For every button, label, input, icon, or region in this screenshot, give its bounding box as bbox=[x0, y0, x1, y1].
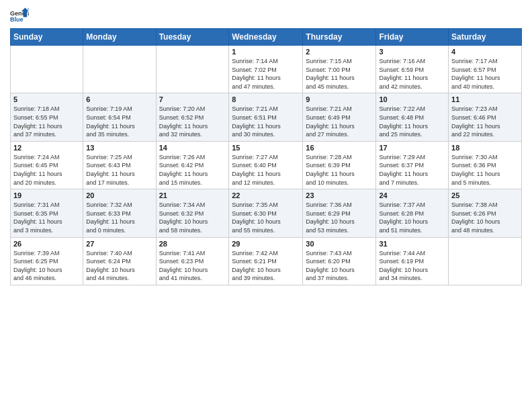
day-number: 13 bbox=[86, 144, 152, 152]
calendar-cell: 21Sunrise: 7:34 AM Sunset: 6:32 PM Dayli… bbox=[156, 189, 229, 237]
day-info: Sunrise: 7:20 AM Sunset: 6:52 PM Dayligh… bbox=[159, 105, 226, 138]
day-number: 28 bbox=[159, 240, 226, 248]
day-number: 5 bbox=[13, 95, 80, 103]
day-info: Sunrise: 7:32 AM Sunset: 6:33 PM Dayligh… bbox=[86, 201, 152, 234]
calendar-week-2: 5Sunrise: 7:18 AM Sunset: 6:55 PM Daylig… bbox=[11, 93, 522, 141]
day-info: Sunrise: 7:30 AM Sunset: 6:36 PM Dayligh… bbox=[451, 153, 519, 187]
logo-icon: General Blue bbox=[10, 7, 29, 26]
day-number: 25 bbox=[451, 191, 519, 199]
calendar-cell: 16Sunrise: 7:28 AM Sunset: 6:39 PM Dayli… bbox=[303, 141, 376, 189]
day-info: Sunrise: 7:16 AM Sunset: 6:59 PM Dayligh… bbox=[379, 57, 445, 91]
day-info: Sunrise: 7:22 AM Sunset: 6:48 PM Dayligh… bbox=[379, 105, 445, 138]
calendar-cell bbox=[83, 46, 156, 93]
weekday-header-friday: Friday bbox=[376, 29, 449, 46]
calendar-cell: 8Sunrise: 7:21 AM Sunset: 6:51 PM Daylig… bbox=[229, 93, 303, 141]
page-container: General Blue SundayMondayTuesdayWednesda… bbox=[0, 0, 532, 292]
day-number: 2 bbox=[306, 48, 373, 56]
calendar-cell: 15Sunrise: 7:27 AM Sunset: 6:40 PM Dayli… bbox=[229, 141, 303, 189]
day-number: 12 bbox=[13, 144, 80, 152]
calendar-cell: 24Sunrise: 7:37 AM Sunset: 6:28 PM Dayli… bbox=[376, 189, 449, 237]
weekday-header-wednesday: Wednesday bbox=[229, 29, 303, 46]
day-number: 26 bbox=[13, 240, 80, 248]
calendar-cell: 12Sunrise: 7:24 AM Sunset: 6:45 PM Dayli… bbox=[11, 141, 83, 189]
calendar-week-4: 19Sunrise: 7:31 AM Sunset: 6:35 PM Dayli… bbox=[11, 189, 522, 237]
calendar-cell bbox=[156, 46, 229, 93]
calendar-week-5: 26Sunrise: 7:39 AM Sunset: 6:25 PM Dayli… bbox=[11, 237, 522, 285]
weekday-header-thursday: Thursday bbox=[303, 29, 376, 46]
day-info: Sunrise: 7:43 AM Sunset: 6:20 PM Dayligh… bbox=[306, 249, 373, 283]
calendar-cell: 5Sunrise: 7:18 AM Sunset: 6:55 PM Daylig… bbox=[11, 93, 83, 141]
day-info: Sunrise: 7:35 AM Sunset: 6:30 PM Dayligh… bbox=[232, 201, 300, 234]
calendar-cell: 31Sunrise: 7:44 AM Sunset: 6:19 PM Dayli… bbox=[376, 237, 449, 285]
calendar-cell: 14Sunrise: 7:26 AM Sunset: 6:42 PM Dayli… bbox=[156, 141, 229, 189]
day-number: 21 bbox=[159, 191, 226, 199]
calendar-cell: 13Sunrise: 7:25 AM Sunset: 6:43 PM Dayli… bbox=[83, 141, 156, 189]
day-number: 31 bbox=[379, 240, 445, 248]
calendar-cell: 29Sunrise: 7:42 AM Sunset: 6:21 PM Dayli… bbox=[229, 237, 303, 285]
logo: General Blue bbox=[10, 7, 29, 26]
day-number: 18 bbox=[451, 144, 519, 152]
day-number: 1 bbox=[232, 48, 300, 56]
calendar-cell: 7Sunrise: 7:20 AM Sunset: 6:52 PM Daylig… bbox=[156, 93, 229, 141]
day-number: 11 bbox=[451, 95, 519, 103]
day-number: 30 bbox=[306, 240, 373, 248]
day-number: 14 bbox=[159, 144, 226, 152]
calendar-cell: 1Sunrise: 7:14 AM Sunset: 7:02 PM Daylig… bbox=[229, 46, 303, 93]
day-info: Sunrise: 7:25 AM Sunset: 6:43 PM Dayligh… bbox=[86, 153, 152, 187]
day-number: 9 bbox=[306, 95, 373, 103]
day-number: 23 bbox=[306, 191, 373, 199]
day-info: Sunrise: 7:14 AM Sunset: 7:02 PM Dayligh… bbox=[232, 57, 300, 91]
day-info: Sunrise: 7:21 AM Sunset: 6:51 PM Dayligh… bbox=[232, 105, 300, 138]
day-number: 27 bbox=[86, 240, 152, 248]
day-info: Sunrise: 7:39 AM Sunset: 6:25 PM Dayligh… bbox=[13, 249, 80, 283]
day-info: Sunrise: 7:37 AM Sunset: 6:28 PM Dayligh… bbox=[379, 201, 445, 234]
day-number: 4 bbox=[451, 48, 519, 56]
calendar-cell: 17Sunrise: 7:29 AM Sunset: 6:37 PM Dayli… bbox=[376, 141, 449, 189]
day-number: 24 bbox=[379, 191, 445, 199]
calendar-cell: 10Sunrise: 7:22 AM Sunset: 6:48 PM Dayli… bbox=[376, 93, 449, 141]
day-number: 8 bbox=[232, 95, 300, 103]
day-info: Sunrise: 7:44 AM Sunset: 6:19 PM Dayligh… bbox=[379, 249, 445, 283]
day-number: 16 bbox=[306, 144, 373, 152]
day-number: 22 bbox=[232, 191, 300, 199]
day-number: 3 bbox=[379, 48, 445, 56]
calendar-cell: 30Sunrise: 7:43 AM Sunset: 6:20 PM Dayli… bbox=[303, 237, 376, 285]
day-info: Sunrise: 7:27 AM Sunset: 6:40 PM Dayligh… bbox=[232, 153, 300, 187]
weekday-header-tuesday: Tuesday bbox=[156, 29, 229, 46]
day-info: Sunrise: 7:23 AM Sunset: 6:46 PM Dayligh… bbox=[451, 105, 519, 138]
calendar-cell bbox=[11, 46, 83, 93]
day-info: Sunrise: 7:41 AM Sunset: 6:23 PM Dayligh… bbox=[159, 249, 226, 283]
day-info: Sunrise: 7:40 AM Sunset: 6:24 PM Dayligh… bbox=[86, 249, 152, 283]
day-info: Sunrise: 7:29 AM Sunset: 6:37 PM Dayligh… bbox=[379, 153, 445, 187]
weekday-header-monday: Monday bbox=[83, 29, 156, 46]
calendar-cell: 28Sunrise: 7:41 AM Sunset: 6:23 PM Dayli… bbox=[156, 237, 229, 285]
calendar-cell: 25Sunrise: 7:38 AM Sunset: 6:26 PM Dayli… bbox=[449, 189, 522, 237]
svg-marker-3 bbox=[27, 7, 29, 9]
day-number: 6 bbox=[86, 95, 152, 103]
calendar-cell: 18Sunrise: 7:30 AM Sunset: 6:36 PM Dayli… bbox=[449, 141, 522, 189]
calendar-header-row: SundayMondayTuesdayWednesdayThursdayFrid… bbox=[11, 29, 522, 46]
day-info: Sunrise: 7:38 AM Sunset: 6:26 PM Dayligh… bbox=[451, 201, 519, 234]
day-info: Sunrise: 7:34 AM Sunset: 6:32 PM Dayligh… bbox=[159, 201, 226, 234]
calendar-cell: 9Sunrise: 7:21 AM Sunset: 6:49 PM Daylig… bbox=[303, 93, 376, 141]
day-number: 20 bbox=[86, 191, 152, 199]
calendar-cell: 4Sunrise: 7:17 AM Sunset: 6:57 PM Daylig… bbox=[449, 46, 522, 93]
calendar-week-3: 12Sunrise: 7:24 AM Sunset: 6:45 PM Dayli… bbox=[11, 141, 522, 189]
calendar-cell: 6Sunrise: 7:19 AM Sunset: 6:54 PM Daylig… bbox=[83, 93, 156, 141]
day-info: Sunrise: 7:24 AM Sunset: 6:45 PM Dayligh… bbox=[13, 153, 80, 187]
calendar-cell: 23Sunrise: 7:36 AM Sunset: 6:29 PM Dayli… bbox=[303, 189, 376, 237]
day-info: Sunrise: 7:19 AM Sunset: 6:54 PM Dayligh… bbox=[86, 105, 152, 138]
calendar-cell: 22Sunrise: 7:35 AM Sunset: 6:30 PM Dayli… bbox=[229, 189, 303, 237]
calendar-table: SundayMondayTuesdayWednesdayThursdayFrid… bbox=[10, 28, 522, 285]
header: General Blue bbox=[10, 7, 522, 26]
calendar-cell: 11Sunrise: 7:23 AM Sunset: 6:46 PM Dayli… bbox=[449, 93, 522, 141]
day-info: Sunrise: 7:26 AM Sunset: 6:42 PM Dayligh… bbox=[159, 153, 226, 187]
calendar-cell: 20Sunrise: 7:32 AM Sunset: 6:33 PM Dayli… bbox=[83, 189, 156, 237]
weekday-header-sunday: Sunday bbox=[11, 29, 83, 46]
day-number: 10 bbox=[379, 95, 445, 103]
day-info: Sunrise: 7:18 AM Sunset: 6:55 PM Dayligh… bbox=[13, 105, 80, 138]
day-info: Sunrise: 7:42 AM Sunset: 6:21 PM Dayligh… bbox=[232, 249, 300, 283]
day-info: Sunrise: 7:31 AM Sunset: 6:35 PM Dayligh… bbox=[13, 201, 80, 234]
day-number: 17 bbox=[379, 144, 445, 152]
calendar-cell: 26Sunrise: 7:39 AM Sunset: 6:25 PM Dayli… bbox=[11, 237, 83, 285]
